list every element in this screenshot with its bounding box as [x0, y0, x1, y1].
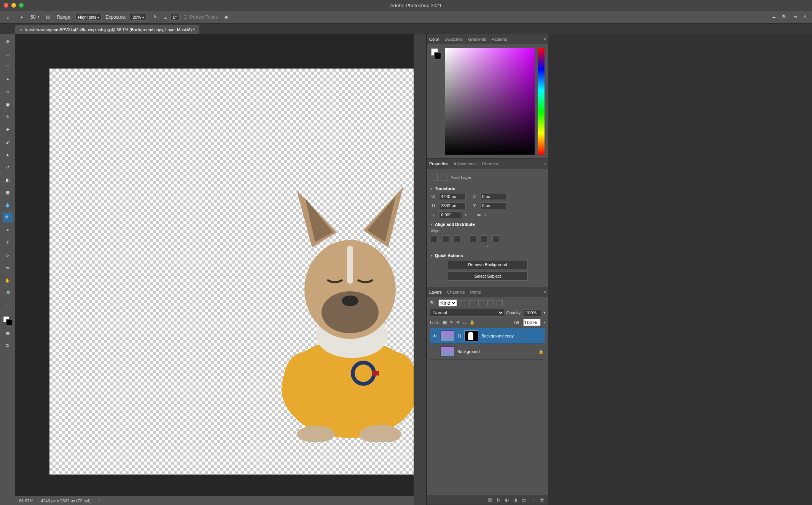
selection-tool-icon[interactable]: ✦ [3, 74, 13, 84]
healing-brush-tool-icon[interactable]: ✚ [3, 125, 13, 134]
exposure-field[interactable]: 20% ▾ [130, 14, 146, 21]
visibility-icon[interactable]: 👁 [431, 334, 438, 338]
zoom-tool-icon[interactable]: 🔎 [3, 288, 13, 298]
align-left-icon[interactable] [431, 235, 438, 242]
document-canvas[interactable] [49, 69, 414, 475]
path-selection-tool-icon[interactable]: ▷ [3, 250, 13, 260]
tab-gradients[interactable]: Gradients [468, 37, 486, 42]
lock-all-icon[interactable]: 🔒 [470, 320, 475, 325]
zoom-level[interactable]: 66.67% [19, 499, 33, 503]
shape-tool-icon[interactable]: ▭ [3, 263, 13, 273]
layer-fx-icon[interactable]: fx [497, 497, 500, 503]
opacity-field[interactable] [524, 309, 541, 316]
add-mask-icon[interactable]: ◐ [505, 497, 509, 503]
history-brush-tool-icon[interactable]: ↺ [3, 162, 13, 172]
tab-adjustments[interactable]: Adjustments [454, 161, 477, 166]
collapsed-panel-strip[interactable] [414, 34, 427, 505]
hue-slider[interactable] [538, 48, 545, 155]
brush-tool-icon[interactable]: 🖌 [3, 137, 13, 147]
flip-v-icon[interactable]: ⥯ [484, 213, 487, 217]
transform-h-field[interactable] [439, 202, 466, 209]
gradient-tool-icon[interactable]: ▦ [3, 187, 13, 197]
close-tab-icon[interactable]: × [20, 27, 22, 32]
layer-row[interactable]: 👁 ⛓ Background copy [430, 328, 545, 344]
layer-thumbnail[interactable] [441, 331, 454, 341]
frame-tool-icon[interactable]: ▣ [3, 99, 13, 109]
remove-background-button[interactable]: Remove Background [448, 260, 528, 269]
cloud-share-icon[interactable]: ☁ [772, 14, 776, 19]
lasso-tool-icon[interactable]: ➰ [3, 62, 13, 72]
tab-color[interactable]: Color [429, 37, 439, 42]
pressure-icon[interactable]: ◉ [221, 12, 231, 22]
transform-y-field[interactable] [480, 202, 507, 209]
lock-artboard-icon[interactable]: ▭ [463, 320, 467, 325]
eyedropper-tool-icon[interactable]: ✎ [3, 112, 13, 122]
minimize-window-icon[interactable] [11, 3, 16, 8]
align-right-icon[interactable] [454, 235, 460, 242]
align-bottom-icon[interactable] [492, 235, 499, 242]
hand-tool-icon[interactable]: ✋ [3, 275, 13, 285]
transform-angle-field[interactable] [439, 211, 462, 218]
tab-properties[interactable]: Properties [429, 161, 448, 166]
clone-stamp-tool-icon[interactable]: ▲ [3, 150, 13, 160]
canvas-area[interactable]: 66.67% 4240 px x 2832 px (72 ppi) 〉 [15, 34, 414, 505]
new-layer-icon[interactable]: ＋ [531, 497, 535, 503]
quick-actions-header[interactable]: Quick Actions [431, 253, 545, 258]
quickmask-tool-icon[interactable]: ▣ [3, 328, 13, 338]
tab-libraries[interactable]: Libraries [482, 161, 498, 166]
share-icon[interactable]: ⇪ [803, 14, 807, 19]
fill-field[interactable] [523, 319, 541, 326]
dodge-tool-icon[interactable]: 🔍 [3, 213, 13, 222]
brush-preset-icon[interactable]: ● [17, 12, 27, 22]
tab-paths[interactable]: Paths [470, 290, 481, 294]
panel-menu-icon[interactable]: ≡ [544, 290, 546, 294]
lock-pixels-icon[interactable]: ✎ [450, 320, 453, 325]
marquee-tool-icon[interactable]: ▭ [3, 49, 13, 59]
status-arrow-icon[interactable]: 〉 [98, 498, 102, 503]
window-controls[interactable] [4, 3, 24, 8]
screenmode-tool-icon[interactable]: ⧉ [3, 340, 13, 350]
search-icon[interactable]: 🔍 [782, 14, 787, 19]
eraser-tool-icon[interactable]: ◧ [3, 175, 13, 185]
filter-smart-icon[interactable] [497, 300, 503, 306]
flip-h-icon[interactable]: ⇋ [477, 213, 481, 217]
transform-header[interactable]: Transform [431, 186, 545, 191]
color-picker-field[interactable] [445, 48, 535, 155]
layer-mask-thumbnail[interactable] [465, 331, 478, 341]
blend-mode-select[interactable]: Normal [430, 309, 504, 316]
edit-toolbar-icon[interactable]: ⋯ [3, 300, 13, 310]
adjustment-layer-icon[interactable]: ◑ [513, 497, 517, 503]
color-fg-bg-swatch[interactable] [431, 48, 442, 155]
align-header[interactable]: Align and Distribute [431, 222, 545, 227]
layer-thumbnail[interactable] [441, 346, 454, 357]
document-tab[interactable]: × karsten-winegeart-5PVXkqt2s9k-unsplash… [15, 25, 199, 34]
panel-menu-icon[interactable]: ≡ [544, 161, 546, 166]
protect-tones-checkbox[interactable]: ☐ Protect Tones [183, 14, 218, 20]
link-layers-icon[interactable]: ⛓ [488, 497, 492, 503]
select-subject-button[interactable]: Select Subject [448, 272, 528, 281]
home-icon[interactable]: ⌂ [3, 12, 13, 22]
filter-adjust-icon[interactable] [469, 300, 475, 306]
more-options-icon[interactable]: ⋯ [431, 245, 545, 249]
angle-field[interactable]: 0° [170, 14, 180, 21]
lock-position-icon[interactable]: ✥ [456, 320, 460, 325]
tab-channels[interactable]: Channels [447, 290, 465, 294]
align-top-icon[interactable] [470, 235, 476, 242]
layer-name[interactable]: Background copy [481, 334, 544, 338]
layer-row[interactable]: Background 🔒 [430, 344, 545, 360]
layer-name[interactable]: Background [457, 349, 535, 354]
link-icon[interactable]: ⛓ [457, 334, 462, 338]
move-tool-icon[interactable]: ✥ [3, 37, 13, 46]
align-center-h-icon[interactable] [442, 235, 449, 242]
layer-filter-select[interactable]: Kind [438, 299, 457, 307]
lock-transparency-icon[interactable]: ▦ [443, 320, 447, 325]
tab-patterns[interactable]: Patterns [492, 37, 507, 42]
range-select[interactable]: Highlights ▾ [75, 14, 102, 21]
tab-swatches[interactable]: Swatches [444, 37, 463, 42]
transform-w-field[interactable] [439, 193, 466, 200]
pen-tool-icon[interactable]: ✒ [3, 225, 13, 235]
type-tool-icon[interactable]: T [3, 238, 13, 248]
filter-pixel-icon[interactable] [460, 300, 466, 306]
brush-size[interactable]: 50▾ [30, 14, 39, 20]
panel-menu-icon[interactable]: ≡ [544, 37, 546, 42]
